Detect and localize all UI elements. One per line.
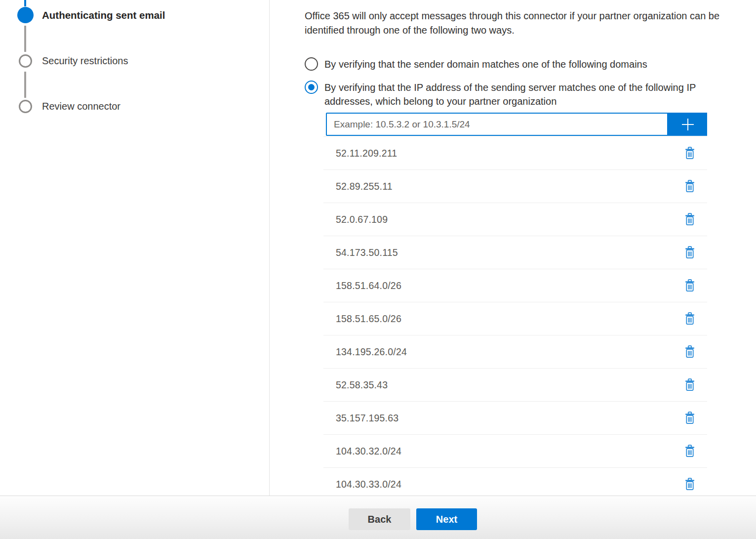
wizard-footer: Back Next [0, 496, 756, 539]
next-button[interactable]: Next [416, 508, 477, 530]
option-sender-domain[interactable]: By verifying that the sender domain matc… [305, 57, 756, 71]
ip-list-row: 158.51.64.0/26 [323, 269, 707, 302]
verification-options: By verifying that the sender domain matc… [305, 57, 756, 108]
step-circle-upcoming [19, 100, 32, 113]
delete-ip-button[interactable] [682, 343, 697, 360]
trash-icon [684, 378, 695, 391]
wizard-layout: Authenticating sent email Security restr… [0, 0, 756, 496]
ip-list-row: 52.58.35.43 [323, 369, 707, 402]
delete-ip-button[interactable] [682, 211, 697, 228]
ip-list-row: 158.51.65.0/26 [323, 302, 707, 335]
delete-ip-button[interactable] [682, 443, 697, 459]
delete-ip-button[interactable] [682, 244, 697, 261]
trash-icon [684, 478, 695, 491]
delete-ip-button[interactable] [682, 376, 697, 393]
ip-list-row: 52.11.209.211 [323, 137, 707, 170]
ip-address: 104.30.32.0/24 [336, 446, 401, 457]
ip-list-row: 35.157.195.63 [323, 402, 707, 435]
page-description: Office 365 will only accept messages thr… [305, 9, 756, 37]
step-authenticating-sent-email: Authenticating sent email [42, 9, 165, 21]
ip-list: 52.11.209.211 52.89.255.11 [323, 136, 707, 501]
radio-selected-icon[interactable] [305, 81, 318, 94]
step-connector-top [24, 0, 26, 6]
delete-ip-button[interactable] [682, 145, 697, 162]
ip-address-input[interactable] [326, 113, 668, 136]
delete-ip-button[interactable] [682, 277, 697, 294]
trash-icon [684, 279, 695, 292]
ip-address: 158.51.64.0/26 [336, 280, 401, 291]
ip-input-row [326, 113, 707, 136]
step-security-restrictions: Security restrictions [42, 55, 128, 67]
trash-icon [684, 312, 695, 325]
radio-unselected-icon[interactable] [305, 57, 318, 71]
step-review-connector: Review connector [42, 101, 120, 112]
option-ip-address[interactable]: By verifying that the IP address of the … [305, 81, 756, 108]
delete-ip-button[interactable] [682, 178, 697, 195]
trash-icon [684, 147, 695, 160]
option-label: By verifying that the IP address of the … [324, 81, 728, 108]
ip-address: 52.11.209.211 [336, 148, 397, 159]
ip-address: 158.51.65.0/26 [336, 313, 401, 325]
ip-list-row: 52.0.67.109 [323, 203, 707, 236]
trash-icon [684, 246, 695, 259]
trash-icon [684, 345, 695, 358]
ip-address: 52.89.255.11 [336, 181, 393, 192]
wizard-stepper: Authenticating sent email Security restr… [0, 0, 270, 496]
ip-list-row: 54.173.50.115 [323, 236, 707, 269]
trash-icon [684, 180, 695, 193]
plus-icon [680, 117, 695, 132]
step-connector [24, 26, 26, 52]
ip-address: 54.173.50.115 [336, 247, 398, 258]
delete-ip-button[interactable] [682, 476, 697, 493]
ip-list-row: 104.30.32.0/24 [323, 435, 707, 468]
delete-ip-button[interactable] [682, 410, 697, 426]
step-connector [24, 72, 26, 98]
trash-icon [684, 412, 695, 424]
ip-list-row: 134.195.26.0/24 [323, 335, 707, 369]
main-content: Office 365 will only accept messages thr… [270, 0, 756, 496]
step-circle-current [17, 7, 34, 23]
ip-address: 134.195.26.0/24 [336, 346, 407, 358]
trash-icon [684, 213, 695, 226]
step-circle-upcoming [19, 54, 32, 68]
add-ip-button[interactable] [668, 113, 707, 136]
ip-list-row: 52.89.255.11 [323, 170, 707, 203]
trash-icon [684, 445, 695, 457]
ip-address: 104.30.33.0/24 [336, 479, 401, 490]
option-label: By verifying that the sender domain matc… [324, 57, 647, 71]
ip-address: 35.157.195.63 [336, 413, 398, 424]
delete-ip-button[interactable] [682, 310, 697, 327]
ip-address: 52.0.67.109 [336, 214, 388, 225]
ip-address: 52.58.35.43 [336, 379, 388, 391]
back-button[interactable]: Back [349, 508, 410, 530]
